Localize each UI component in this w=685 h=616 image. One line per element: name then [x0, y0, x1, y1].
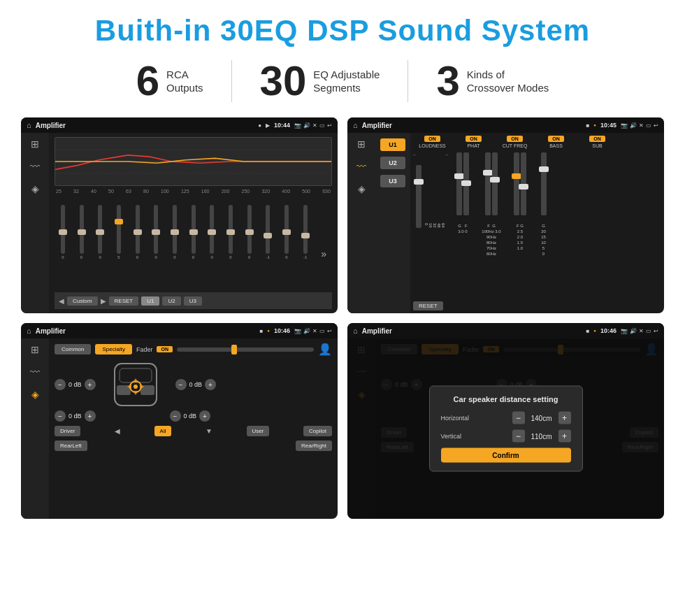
eq-slider-2[interactable]: 0	[73, 205, 90, 259]
camera-icon: 📷	[294, 122, 301, 129]
eq-prev-btn[interactable]: ◀	[59, 297, 64, 305]
horizontal-stepper[interactable]: − 140cm +	[512, 412, 571, 424]
stat-eq: 30 EQ Adjustable Segments	[232, 60, 408, 102]
fader-driver-btn[interactable]: Driver	[55, 426, 80, 436]
dot-icon-4: ●	[593, 329, 596, 333]
eq-slider-5[interactable]: 0	[129, 205, 146, 259]
fader-arrow-left[interactable]: ◀	[115, 427, 120, 435]
xover-spk-icon[interactable]: ◈	[358, 183, 366, 194]
eq-expand[interactable]: »	[315, 248, 332, 259]
fader-sidebar: ⊞ 〰 ◈	[21, 338, 49, 519]
home-icon-2[interactable]	[353, 121, 358, 129]
eq-slider-6[interactable]: 0	[147, 205, 164, 259]
phat-fader-col: G F 3.0 0	[452, 152, 473, 294]
fader-screen-title: Amplifier	[36, 327, 256, 335]
eq-slider-12[interactable]: -1	[259, 205, 276, 259]
horizontal-plus[interactable]: +	[558, 412, 571, 424]
eq-slider-14[interactable]: -1	[297, 205, 314, 259]
fader-copilot-btn[interactable]: Copilot	[303, 426, 332, 436]
xover-reset-btn[interactable]: RESET	[413, 301, 443, 310]
vertical-minus[interactable]: −	[512, 430, 525, 443]
vol-rearright-minus[interactable]: −	[170, 410, 181, 422]
dialog-title: Car speaker distance setting	[441, 395, 571, 403]
home-icon[interactable]	[27, 121, 31, 129]
xover-u2-btn[interactable]: U2	[380, 157, 405, 169]
xover-cutfreq: ON CUT FREQ	[496, 136, 534, 148]
screens-grid: Amplifier ● ▶ 10:44 📷 🔊 ✕ ▭ ↩ ⊞ 〰 ◈	[21, 117, 664, 519]
vol-right-minus[interactable]: −	[175, 379, 187, 390]
xover-bass: ON BASS	[537, 136, 575, 148]
home-icon-4[interactable]	[353, 327, 358, 335]
waveform-icon[interactable]: 〰	[30, 161, 40, 172]
eq-u2-btn[interactable]: U2	[162, 296, 180, 306]
vol-rearleft-minus[interactable]: −	[55, 410, 66, 422]
xover-u3-btn[interactable]: U3	[380, 175, 405, 187]
fader-rearleft-btn[interactable]: RearLeft	[55, 440, 87, 451]
xover-loudness: ON LOUDNESS	[413, 136, 452, 148]
fader-common-tab[interactable]: Common	[55, 344, 91, 354]
eq-slider-3[interactable]: 0	[92, 205, 108, 259]
vertical-stepper[interactable]: − 110cm +	[512, 430, 571, 443]
camera-icon-4: 📷	[621, 328, 628, 334]
fader-bottom-row-2: RearLeft RearRight	[55, 440, 332, 451]
crossover-status-icons: 📷 🔊 ✕ ▭ ↩	[621, 122, 658, 129]
fader-wave-icon[interactable]: 〰	[30, 366, 40, 378]
eq-slider-9[interactable]: 0	[203, 205, 220, 259]
home-icon-3[interactable]	[27, 327, 31, 335]
eq-slider-8[interactable]: 0	[185, 205, 202, 259]
fader-status-bar: Amplifier ■ ● 10:46 📷 🔊 ✕ ▭ ↩	[21, 323, 338, 338]
fader-user-btn[interactable]: User	[247, 426, 270, 436]
vol-left-val: 0 dB	[68, 381, 82, 388]
fader-spk-icon[interactable]: ◈	[31, 389, 39, 400]
eq-slider-7[interactable]: 0	[166, 205, 183, 259]
eq-slider-13[interactable]: 0	[278, 205, 295, 259]
fader-arrow-down[interactable]: ▼	[206, 427, 212, 435]
fader-all-btn[interactable]: All	[154, 426, 172, 436]
vol-left-plus[interactable]: +	[85, 379, 96, 390]
sub-on-badge[interactable]: ON	[589, 136, 605, 142]
confirm-button[interactable]: Confirm	[441, 448, 571, 463]
vol-left: − 0 dB +	[55, 379, 96, 390]
xover-eq-icon[interactable]: ⊞	[357, 138, 366, 150]
horizontal-minus[interactable]: −	[512, 412, 525, 424]
eq-slider-11[interactable]: 0	[241, 205, 258, 259]
fader-eq-icon[interactable]: ⊞	[31, 344, 39, 355]
eq-status-icons: 📷 🔊 ✕ ▭ ↩	[294, 122, 332, 129]
speaker-adjust-icon[interactable]: ◈	[31, 183, 39, 194]
camera-icon-3: 📷	[294, 328, 301, 334]
eq-u3-btn[interactable]: U3	[184, 296, 202, 306]
dialog-time: 10:46	[600, 327, 616, 334]
vol-left-minus[interactable]: −	[55, 379, 66, 390]
fader-screen: Amplifier ■ ● 10:46 📷 🔊 ✕ ▭ ↩ ⊞ 〰 ◈	[21, 323, 338, 519]
stat-crossover-label: Kinds of Crossover Modes	[467, 68, 549, 95]
svg-marker-10	[133, 391, 138, 395]
eq-slider-4[interactable]: 5	[110, 205, 127, 259]
xover-u-buttons: U1 U2 U3	[375, 133, 410, 313]
fader-rearright-btn[interactable]: RearRight	[296, 440, 332, 451]
phat-on-badge[interactable]: ON	[466, 136, 482, 142]
eq-custom-btn[interactable]: Custom	[67, 296, 98, 306]
vertical-plus[interactable]: +	[558, 430, 571, 443]
loudness-on-badge[interactable]: ON	[424, 136, 440, 142]
eq-reset-btn[interactable]: RESET	[109, 296, 139, 306]
vol-rearleft-plus[interactable]: +	[85, 410, 96, 422]
horizontal-label: Horizontal	[441, 415, 483, 422]
fader-slider[interactable]	[177, 348, 314, 352]
eq-main: 2532 4050 6380 100125 160200 250320 4005…	[49, 133, 338, 313]
dot-indicator-2: ●	[593, 123, 596, 127]
vol-rearright-plus[interactable]: +	[199, 410, 210, 422]
cutfreq-on-badge[interactable]: ON	[507, 136, 523, 142]
fader-on-badge[interactable]: ON	[157, 346, 173, 352]
bass-on-badge[interactable]: ON	[548, 136, 564, 142]
stat-crossover: 3 Kinds of Crossover Modes	[408, 60, 577, 102]
eq-slider-1[interactable]: 0	[55, 205, 71, 259]
eq-next-btn[interactable]: ▶	[101, 297, 106, 305]
eq-u1-btn[interactable]: U1	[141, 296, 159, 306]
eq-sliders-icon[interactable]: ⊞	[31, 138, 39, 150]
xover-u1-btn[interactable]: U1	[380, 138, 405, 151]
vol-right-plus[interactable]: +	[205, 379, 216, 390]
fader-specialty-tab[interactable]: Specialty	[95, 344, 131, 354]
xover-wave-icon[interactable]: 〰	[356, 161, 366, 172]
eq-sliders: 0 0 0 5	[55, 196, 332, 259]
eq-slider-10[interactable]: 0	[222, 205, 239, 259]
